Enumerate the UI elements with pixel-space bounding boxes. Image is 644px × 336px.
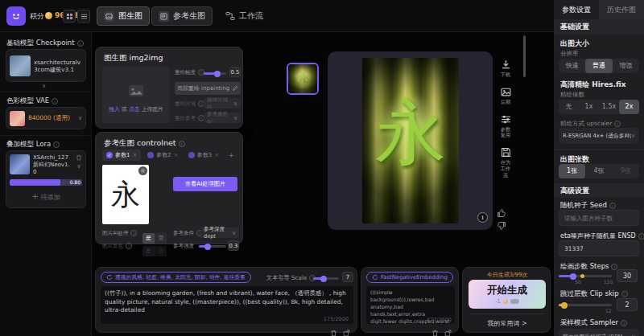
clip-skip-slider[interactable] <box>559 304 612 306</box>
tab-ref-gen[interactable]: 参考生图 <box>151 6 213 26</box>
condition-label: 参考条件i <box>173 230 203 237</box>
hires-fix-label: 高清精绘 Hires.fix <box>560 80 626 90</box>
controlnet-tab-1[interactable]: ✓ 参数1 × <box>102 150 141 161</box>
save-workflow-button[interactable]: 存为工作流 <box>496 147 515 178</box>
sampler-dropdown[interactable]: 官方推荐采样模式 (DPM∨ <box>559 329 639 336</box>
controlnet-reference-image[interactable]: 永 <box>102 165 149 224</box>
thumb-down-icon <box>497 221 506 231</box>
strength-label: 参考强度 <box>173 243 194 250</box>
my-common-words-button[interactable]: 我的常用词 > <box>463 319 551 328</box>
clip-skip-value[interactable]: 2 <box>617 298 638 311</box>
generation-thumbnail-selected[interactable]: 永 <box>287 63 319 95</box>
repaint-area-dropdown[interactable]: 涂抹区域 In∨ <box>204 98 241 109</box>
count-1[interactable]: 1张 <box>559 164 585 178</box>
upscaler-dropdown[interactable]: R-ESRGAN 4x+ (适合多种风∨ <box>559 128 639 144</box>
hires-mult-label: 精绘倍数 <box>560 91 584 99</box>
invert-toggle[interactable]: 是否 <box>142 240 167 256</box>
negative-embedding-pill[interactable]: FastNegativeEmbedding <box>366 272 453 283</box>
tab-parameters[interactable]: 参数设置 <box>554 0 599 19</box>
tab-workflow[interactable]: 工作流 <box>219 6 270 26</box>
denoise-slider[interactable] <box>204 72 226 75</box>
vae-dropdown-chevron[interactable]: ∨ <box>78 115 82 121</box>
cfg-scale-value[interactable]: 7 <box>342 272 353 282</box>
strength-slider[interactable] <box>199 245 226 248</box>
grid-view-button[interactable] <box>63 10 76 23</box>
grid-icon <box>66 13 73 20</box>
download-button[interactable]: 下载 <box>496 59 515 78</box>
inpaint-button[interactable]: 局部重绘 inpainting <box>175 82 241 95</box>
positive-prompt-input[interactable]: ((竹子)), in a blooming garden, (fresh and… <box>101 286 353 324</box>
close-icon[interactable]: × <box>174 152 179 158</box>
controlnet-panel-title: 参考生图 controlneti <box>104 138 185 149</box>
dislike-button[interactable] <box>497 219 506 234</box>
reuse-params-button[interactable]: 参数复用 <box>496 114 515 139</box>
steps-slider[interactable] <box>559 275 612 277</box>
generated-image-card: 永 i <box>328 51 493 230</box>
lora-section-label: 叠加模型 Lorai <box>6 140 60 150</box>
close-icon[interactable]: × <box>132 152 137 158</box>
hires-2x[interactable]: 2x <box>619 100 639 114</box>
controlnet-tab-2[interactable]: 参数2 × <box>144 150 181 161</box>
hires-none[interactable]: 无 <box>559 100 579 114</box>
denoise-value[interactable]: 0.5 <box>229 67 241 77</box>
lora-weight-slider[interactable]: 0.80 <box>10 179 82 186</box>
repaint-ref-dropdown[interactable]: 参考原图 or∨ <box>204 113 241 123</box>
lora-card[interactable]: XSArchi_127新科幻Neov1.0 ∨ 0.80 + 待添加 <box>6 150 86 208</box>
positive-prompt-panel: 透视的风格, 轻盈, 唯美, 太阳光, 阴影, 动作, 最佳质量 文本引导 Sc… <box>95 267 357 333</box>
ensd-label: eta噪声种子随机量 ENSDi <box>560 232 644 240</box>
checkpoint-collapse-chevron[interactable]: ∨ <box>42 83 46 89</box>
ensd-input[interactable] <box>559 240 639 256</box>
tab-img2img[interactable]: 图生图 <box>97 6 150 26</box>
generated-image[interactable]: 永 <box>362 58 459 223</box>
condition-dropdown[interactable]: 参考深度 dept∨ <box>200 227 239 238</box>
steps-value[interactable]: 30 <box>617 269 638 282</box>
hires-1-5x[interactable]: 1.5x <box>599 100 619 114</box>
menu-button[interactable] <box>77 10 90 23</box>
view-ai-image-button[interactable]: 查看AI处理图片 <box>173 177 237 191</box>
add-lora-button[interactable]: + 待添加 <box>10 192 82 202</box>
ticket-icon <box>510 299 519 304</box>
img2img-panel: 图生图 img2img 拖入 或 点击 上传图片 重绘幅度i 0.5 局部重绘 … <box>95 47 243 129</box>
vae-card[interactable]: 840000 (通用) ∨ <box>6 107 86 129</box>
canvas-scrollbar[interactable] <box>523 35 526 77</box>
info-icon: i <box>52 98 58 104</box>
count-4[interactable]: 4张 <box>585 164 612 178</box>
img2img-panel-title: 图生图 img2img <box>104 53 163 64</box>
tab-history[interactable]: 历史作图 <box>599 0 644 19</box>
reference-settings-button[interactable] <box>138 166 147 175</box>
export-positive-button[interactable] <box>343 325 350 336</box>
settings-sidebar: 参数设置 历史作图 基础设置 出图大小 分辨率 快速 普通 增强 高清精绘 Hi… <box>554 0 644 336</box>
add-controlnet-tab[interactable]: + <box>225 152 237 159</box>
resolution-fast[interactable]: 快速 <box>559 59 585 73</box>
resolution-enhanced[interactable]: 增强 <box>613 59 639 73</box>
clear-positive-button[interactable] <box>330 325 337 336</box>
controlnet-tab-3[interactable]: 参数3 × <box>185 150 222 161</box>
hires-1x[interactable]: 1x <box>579 100 599 114</box>
export-negative-button[interactable] <box>444 325 452 336</box>
vae-section-label: 色彩模型 VAEi <box>6 96 58 106</box>
prompt-tags-pill[interactable]: 透视的风格, 轻盈, 唯美, 太阳光, 阴影, 动作, 最佳质量 <box>101 272 251 283</box>
image-info-button[interactable]: i <box>477 212 488 223</box>
generate-button[interactable]: 开始生成 -1 <box>469 280 546 309</box>
count-9[interactable]: 9张 <box>613 164 639 178</box>
daily-quota: 今日生成3/99次 <box>463 271 551 279</box>
seed-input[interactable] <box>559 210 639 226</box>
postprocess-button[interactable]: 后期 <box>496 87 515 105</box>
image-upload-dropzone[interactable]: 拖入 或 点击 上传图片 <box>102 67 170 123</box>
resolution-normal[interactable]: 普通 <box>585 59 612 73</box>
close-icon[interactable]: × <box>214 152 219 158</box>
steps-label: 绘画步数 Stepsi <box>560 262 617 272</box>
clear-negative-button[interactable] <box>431 325 439 336</box>
app-logo[interactable] <box>6 6 26 26</box>
delete-lora-icon[interactable] <box>76 154 82 161</box>
cfg-scale-label: 文本引导 Scalei <box>266 274 316 282</box>
upload-hint: 拖入 或 点击 上传图片 <box>102 105 170 113</box>
image-size-label: 出图大小 <box>560 39 589 49</box>
lora-collapse-chevron[interactable]: ∨ <box>76 163 80 170</box>
gear-icon <box>140 168 146 174</box>
info-icon: i <box>77 40 84 47</box>
checkpoint-card[interactable]: xsarchitecturalv3com建筑v3.1 <box>6 49 86 82</box>
preprocess-label: 图片AI处理i <box>102 230 137 237</box>
strength-value[interactable]: 0.3 <box>228 240 239 251</box>
cfg-scale-slider[interactable] <box>313 277 339 280</box>
